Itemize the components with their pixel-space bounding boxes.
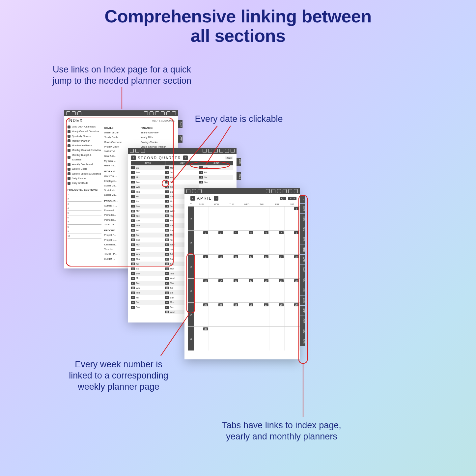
- check-icon[interactable]: [77, 111, 81, 115]
- month-day-cell[interactable]: [194, 207, 209, 230]
- index-link[interactable]: Yearly Goals & Overview: [68, 129, 101, 134]
- tab-mar[interactable]: MAR: [300, 244, 305, 254]
- month-day-cell[interactable]: 4: [224, 231, 239, 254]
- tab-nov[interactable]: NOV: [300, 326, 305, 336]
- month-day-cell[interactable]: [269, 327, 285, 350]
- tab-home[interactable]: ⌂: [300, 195, 305, 203]
- tab-jan[interactable]: JAN: [300, 224, 305, 234]
- index-link[interactable]: Goals Overview: [104, 140, 138, 145]
- d-icon[interactable]: [225, 149, 229, 153]
- index-link[interactable]: Weekly Goals: [68, 167, 101, 171]
- week-number[interactable]: 15: [188, 255, 194, 278]
- month-day-cell[interactable]: 17: [209, 279, 224, 302]
- quarter-day[interactable]: 1Thu: [199, 165, 233, 170]
- month-day-cell[interactable]: [239, 327, 254, 350]
- project-slot[interactable]: 6: [68, 215, 101, 220]
- index-link[interactable]: Daily Gratitude: [68, 181, 101, 185]
- quarter-day[interactable]: 1Mon: [165, 165, 199, 170]
- month-day-cell[interactable]: 11: [224, 255, 239, 278]
- project-slot[interactable]: 5: [68, 211, 101, 215]
- quarter-day[interactable]: 26Wed: [131, 286, 165, 291]
- q-icon[interactable]: [208, 149, 212, 153]
- tab-apr[interactable]: APR: [300, 255, 305, 265]
- quarter-day[interactable]: 2Fri: [199, 170, 233, 175]
- project-slot[interactable]: 10: [68, 234, 101, 238]
- home-icon[interactable]: [66, 111, 70, 115]
- index-link[interactable]: 2023-2024 Calendars: [68, 125, 101, 129]
- month-day-cell[interactable]: 14: [269, 255, 285, 278]
- tab-2024[interactable]: 2024: [300, 214, 305, 224]
- month-day-cell[interactable]: 18: [224, 279, 239, 302]
- bookmark-icon[interactable]: [192, 189, 196, 193]
- month-day-cell[interactable]: [239, 207, 254, 230]
- index-link[interactable]: Monthly Goals & Overview: [68, 148, 101, 153]
- month-day-cell[interactable]: 12: [239, 255, 254, 278]
- quarter-day[interactable]: 3Sat: [199, 175, 233, 180]
- week-number[interactable]: 13: [188, 207, 194, 230]
- index-side-2023[interactable]: 2023: [178, 120, 182, 128]
- quarter-day[interactable]: 4Sun: [199, 180, 233, 185]
- d-icon[interactable]: [288, 189, 292, 193]
- project-slot[interactable]: 9: [68, 229, 101, 234]
- month-day-cell[interactable]: [209, 207, 224, 230]
- y-icon[interactable]: [266, 189, 270, 193]
- quarter-day[interactable]: 1Sat: [131, 165, 165, 170]
- back-icon[interactable]: [294, 189, 298, 193]
- month-day-cell[interactable]: [254, 207, 269, 230]
- quarter-day[interactable]: 25Tue: [131, 281, 165, 286]
- quarter-day[interactable]: 5Wed: [131, 184, 165, 189]
- month-header-april[interactable]: APRIL: [131, 161, 165, 165]
- index-link[interactable]: Weekly Budget & Expense: [68, 172, 101, 176]
- quarter-side-2023[interactable]: 2023: [237, 158, 241, 166]
- month-header-june[interactable]: JUNE: [199, 161, 233, 165]
- quarter-day[interactable]: 27Thu: [131, 290, 165, 295]
- quarter-day[interactable]: 4Tue: [131, 180, 165, 185]
- bookmark-icon[interactable]: [72, 111, 76, 115]
- quarter-day[interactable]: 16Sun: [131, 238, 165, 242]
- month-day-cell[interactable]: 21: [269, 279, 285, 302]
- project-slot[interactable]: 2: [68, 197, 101, 202]
- quarter-day[interactable]: 3Wed: [165, 175, 199, 180]
- m-icon[interactable]: [277, 189, 281, 193]
- month-day-cell[interactable]: [269, 207, 285, 230]
- home-icon[interactable]: [130, 149, 134, 153]
- tab-jun[interactable]: JUN: [300, 275, 305, 285]
- month-day-cell[interactable]: 9: [194, 255, 209, 278]
- quarter-day[interactable]: 2Tue: [165, 170, 199, 175]
- month-day-cell[interactable]: 26: [239, 303, 254, 326]
- month-day-cell[interactable]: 7: [269, 231, 285, 254]
- quarter-year[interactable]: 2023: [225, 156, 233, 159]
- quarter-day[interactable]: 3Mon: [131, 175, 165, 180]
- month-quarter-chip[interactable]: Q2: [280, 197, 286, 200]
- index-link[interactable]: Daily Planner: [68, 176, 101, 181]
- q-icon[interactable]: [150, 111, 154, 115]
- quarter-day[interactable]: 22Sat: [131, 266, 165, 271]
- month-day-cell[interactable]: 19: [239, 279, 254, 302]
- week-number[interactable]: 16: [188, 279, 194, 302]
- quarter-day[interactable]: 9Sun: [131, 204, 165, 209]
- quarter-day[interactable]: 10Mon: [131, 209, 165, 213]
- month-day-cell[interactable]: 1: [285, 207, 300, 230]
- quarter-day[interactable]: 18Tue: [131, 247, 165, 252]
- next-arrow-icon[interactable]: ›: [214, 196, 218, 201]
- index-link[interactable]: Weekly Dashboard: [68, 162, 101, 167]
- tab-feb[interactable]: FEB: [300, 234, 305, 244]
- month-day-cell[interactable]: [254, 327, 269, 350]
- index-link[interactable]: Yearly Bills: [141, 135, 175, 140]
- month-day-cell[interactable]: 2: [194, 231, 209, 254]
- prev-arrow-icon[interactable]: ‹: [190, 196, 195, 201]
- project-slot[interactable]: 1: [68, 192, 101, 197]
- y-icon[interactable]: [144, 111, 148, 115]
- month-day-cell[interactable]: 10: [209, 255, 224, 278]
- quarter-day[interactable]: 15Sat: [131, 233, 165, 238]
- quarter-day[interactable]: 11Tue: [131, 213, 165, 218]
- prev-arrow-icon[interactable]: ‹: [131, 155, 136, 160]
- month-day-cell[interactable]: 16: [194, 279, 209, 302]
- month-day-cell[interactable]: [209, 327, 224, 350]
- next-arrow-icon[interactable]: ›: [183, 155, 188, 160]
- index-link[interactable]: Quarterly Planner: [68, 134, 101, 139]
- index-link[interactable]: Yearly Overview: [141, 130, 175, 135]
- quarter-side-2024[interactable]: 2024: [237, 172, 241, 180]
- tab-dec[interactable]: DEC: [300, 336, 305, 346]
- back-icon[interactable]: [231, 149, 235, 153]
